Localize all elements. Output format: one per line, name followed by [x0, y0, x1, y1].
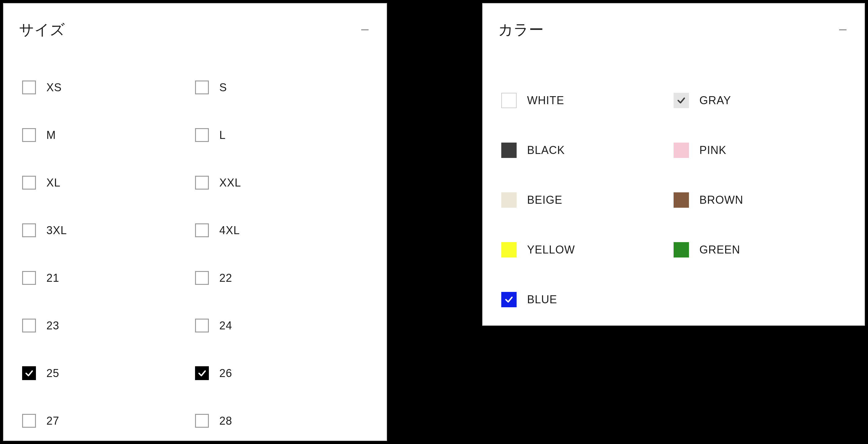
- color-option-label: WHITE: [527, 94, 564, 107]
- color-option[interactable]: WHITE: [501, 93, 674, 108]
- size-option-label: S: [219, 81, 227, 94]
- size-option[interactable]: 4XL: [195, 224, 368, 237]
- size-option-label: XL: [46, 176, 61, 189]
- color-swatch[interactable]: [674, 93, 689, 108]
- color-option[interactable]: GREEN: [674, 242, 846, 258]
- size-checkbox[interactable]: [22, 366, 36, 380]
- size-checkbox[interactable]: [22, 176, 36, 189]
- color-option[interactable]: BLUE: [501, 292, 674, 307]
- size-option-label: 27: [46, 415, 59, 427]
- size-option[interactable]: S: [195, 81, 368, 94]
- size-option[interactable]: 23: [22, 319, 195, 332]
- color-swatch[interactable]: [674, 143, 689, 158]
- size-option[interactable]: 24: [195, 319, 368, 332]
- color-option-label: PINK: [700, 144, 726, 157]
- size-filter-panel: サイズ XSSMLXLXXL3XL4XL2122232425262728: [3, 3, 387, 441]
- size-panel-header: サイズ: [4, 4, 386, 56]
- check-icon: [677, 96, 686, 105]
- size-checkbox[interactable]: [195, 366, 209, 380]
- size-option-label: 25: [46, 367, 59, 380]
- check-icon: [197, 369, 207, 378]
- size-checkbox[interactable]: [22, 224, 36, 237]
- color-option-label: GREEN: [700, 243, 740, 256]
- size-option[interactable]: 21: [22, 271, 195, 285]
- color-option[interactable]: BLACK: [501, 143, 674, 158]
- size-collapse-button[interactable]: [359, 24, 371, 36]
- size-checkbox[interactable]: [195, 224, 209, 237]
- color-option-label: BLUE: [527, 293, 557, 306]
- size-checkbox[interactable]: [195, 271, 209, 285]
- color-option-label: BEIGE: [527, 194, 562, 206]
- size-checkbox[interactable]: [195, 319, 209, 332]
- size-option-label: 3XL: [46, 224, 67, 237]
- color-panel-title: カラー: [498, 20, 544, 40]
- color-swatch[interactable]: [501, 242, 517, 258]
- size-option[interactable]: 28: [195, 414, 368, 428]
- size-checkbox[interactable]: [22, 271, 36, 285]
- size-option-label: 24: [219, 319, 232, 332]
- color-options-grid: WHITEGRAYBLACKPINKBEIGEBROWNYELLOWGREENB…: [483, 93, 864, 307]
- color-collapse-button[interactable]: [837, 24, 849, 36]
- color-swatch[interactable]: [501, 292, 517, 307]
- minus-icon: [359, 24, 370, 35]
- size-option-label: XS: [46, 81, 62, 94]
- color-option-label: YELLOW: [527, 243, 575, 256]
- color-option-label: GRAY: [700, 94, 731, 107]
- size-option-label: L: [219, 129, 226, 142]
- size-checkbox[interactable]: [22, 81, 36, 94]
- size-option[interactable]: M: [22, 128, 195, 142]
- check-icon: [25, 369, 34, 378]
- size-option[interactable]: 26: [195, 366, 368, 380]
- color-filter-panel: カラー WHITEGRAYBLACKPINKBEIGEBROWNYELLOWGR…: [482, 3, 865, 326]
- size-option-label: 26: [219, 367, 232, 380]
- check-icon: [504, 295, 514, 304]
- color-swatch[interactable]: [674, 242, 689, 258]
- color-option[interactable]: BEIGE: [501, 193, 674, 208]
- size-options-grid: XSSMLXLXXL3XL4XL2122232425262728: [4, 81, 386, 428]
- size-option[interactable]: XXL: [195, 176, 368, 189]
- color-swatch[interactable]: [501, 93, 517, 108]
- size-option[interactable]: 25: [22, 366, 195, 380]
- size-panel-title: サイズ: [19, 20, 65, 40]
- size-option[interactable]: L: [195, 128, 368, 142]
- size-option[interactable]: 22: [195, 271, 368, 285]
- color-panel-header: カラー: [483, 4, 864, 56]
- size-checkbox[interactable]: [195, 414, 209, 428]
- size-option-label: XXL: [219, 176, 241, 189]
- size-checkbox[interactable]: [22, 128, 36, 142]
- color-option-label: BROWN: [700, 194, 743, 206]
- size-checkbox[interactable]: [22, 414, 36, 428]
- color-option[interactable]: GRAY: [674, 93, 846, 108]
- size-option-label: 22: [219, 272, 232, 285]
- size-checkbox[interactable]: [195, 128, 209, 142]
- size-option-label: 28: [219, 415, 232, 427]
- color-swatch[interactable]: [501, 193, 517, 208]
- size-option-label: 21: [46, 272, 59, 285]
- minus-icon: [837, 24, 848, 35]
- size-option[interactable]: 27: [22, 414, 195, 428]
- color-option[interactable]: YELLOW: [501, 242, 674, 258]
- size-option[interactable]: XS: [22, 81, 195, 94]
- size-option-label: 4XL: [219, 224, 240, 237]
- color-swatch[interactable]: [501, 143, 517, 158]
- size-option-label: 23: [46, 319, 59, 332]
- color-option[interactable]: PINK: [674, 143, 846, 158]
- size-option-label: M: [46, 129, 56, 142]
- color-swatch[interactable]: [674, 193, 689, 208]
- size-checkbox[interactable]: [195, 81, 209, 94]
- color-option[interactable]: BROWN: [674, 193, 846, 208]
- size-checkbox[interactable]: [22, 319, 36, 332]
- size-checkbox[interactable]: [195, 176, 209, 189]
- size-option[interactable]: 3XL: [22, 224, 195, 237]
- size-option[interactable]: XL: [22, 176, 195, 189]
- color-option-label: BLACK: [527, 144, 565, 157]
